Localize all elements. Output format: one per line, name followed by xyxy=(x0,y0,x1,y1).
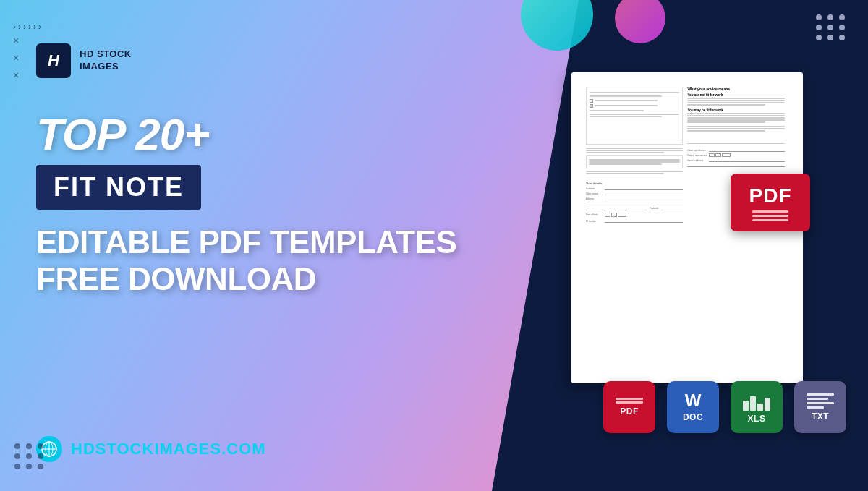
arrow-deco-3: › xyxy=(23,22,26,32)
arrows-decoration-bottom-right: › › › › › xyxy=(815,458,854,477)
xls-icon-label: XLS xyxy=(748,414,766,424)
arrow-right-3: › xyxy=(832,458,837,477)
arrow-deco-2: › xyxy=(18,22,21,32)
txt-icon-lines xyxy=(807,393,834,409)
subtitle-line1: EDITABLE PDF TEMPLATES xyxy=(36,224,456,261)
website-url-area[interactable]: HDSTOCKIMAGES.COM xyxy=(36,436,266,462)
format-icon-doc[interactable]: W DOC xyxy=(667,381,719,433)
pdf-badge: PDF xyxy=(731,174,810,231)
arrow-deco-4: › xyxy=(28,22,31,32)
arrow-deco-6: › xyxy=(38,22,41,32)
format-icon-pdf[interactable]: PDF xyxy=(603,381,655,433)
x-mark-1: × xyxy=(13,35,19,46)
arrow-right-4: › xyxy=(840,458,845,477)
logo-icon: H xyxy=(36,43,71,78)
pdf-badge-lines xyxy=(752,210,788,221)
subtitle-line2: FREE DOWNLOAD xyxy=(36,261,456,298)
xls-bars xyxy=(743,390,770,411)
txt-icon-label: TXT xyxy=(812,411,829,422)
fit-note-badge: FIT NOTE xyxy=(36,165,201,210)
dots-decoration-top-right xyxy=(816,14,846,40)
main-heading: TOP 20+ xyxy=(36,108,209,160)
x-mark-3: × xyxy=(13,69,19,81)
logo-text: HD STOCK IMAGES xyxy=(80,48,132,73)
document-preview: Your details Surname Other names Address xyxy=(542,72,846,390)
pdf-badge-label: PDF xyxy=(749,184,792,208)
arrow-deco-1: › xyxy=(13,22,16,32)
doc-w-icon: W xyxy=(685,392,702,409)
format-icons-row: PDF W DOC XLS TXT xyxy=(603,381,846,433)
arrow-right-5: › xyxy=(848,458,854,477)
doc-icon-label: DOC xyxy=(683,412,703,422)
x-mark-2: × xyxy=(13,52,19,64)
format-icon-txt[interactable]: TXT xyxy=(794,381,846,433)
pdf-icon-label: PDF xyxy=(620,406,639,417)
logo-area: H HD STOCK IMAGES xyxy=(36,43,132,78)
arrow-right-1: › xyxy=(815,458,820,477)
fit-note-text: FIT NOTE xyxy=(54,172,184,202)
x-decorations: › › › › › › × × × xyxy=(13,22,41,81)
pdf-icon-lines xyxy=(616,398,643,404)
format-icon-xls[interactable]: XLS xyxy=(731,381,783,433)
arrow-deco-5: › xyxy=(33,22,36,32)
arrow-right-2: › xyxy=(824,458,829,477)
dots-decoration-bottom-left xyxy=(14,443,45,469)
subtitle: EDITABLE PDF TEMPLATES FREE DOWNLOAD xyxy=(36,224,456,297)
website-url-text: HDSTOCKIMAGES.COM xyxy=(71,440,266,458)
